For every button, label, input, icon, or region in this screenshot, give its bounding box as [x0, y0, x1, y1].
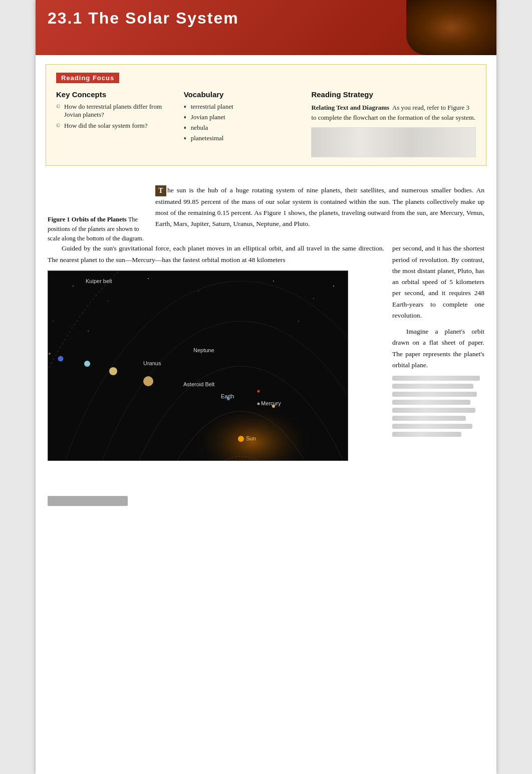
- blurred-text-7: [392, 424, 472, 429]
- figure-sidebar: Figure 1 Orbits of the Planets The posit…: [48, 215, 145, 243]
- paragraph4: Imagine a planet's orbit drawn on a flat…: [392, 326, 484, 371]
- content-row: Guided by the sun's gravitational force,…: [48, 243, 484, 466]
- svg-point-29: [53, 321, 54, 322]
- intro-paragraph: The sun is the hub of a huge rotating sy…: [153, 185, 484, 230]
- main-content: Figure 1 Orbits of the Planets The posit…: [36, 175, 496, 481]
- svg-point-16: [257, 390, 260, 392]
- strategy-text: Relating Text and Diagrams As you read, …: [311, 103, 476, 122]
- svg-point-21: [49, 353, 51, 355]
- vocabulary-heading: Vocabulary: [184, 90, 302, 99]
- svg-point-28: [333, 286, 334, 287]
- mercury-label: Mercury: [261, 400, 281, 406]
- blurred-text-2: [392, 384, 473, 389]
- blurred-text-5: [392, 408, 475, 413]
- svg-point-24: [148, 278, 149, 279]
- key-concepts-col: Key Concepts How do terrestrial planets …: [56, 90, 174, 133]
- chapter-title: 23.1 The Solar System: [48, 9, 484, 28]
- sun-label: Sun: [246, 435, 256, 441]
- orbits-svg: [48, 271, 348, 461]
- key-concept-item-2: How did the solar system form?: [56, 122, 174, 130]
- paragraph3: per second, and it has the shortest peri…: [392, 243, 484, 321]
- blurred-text-8: [392, 432, 461, 437]
- vocabulary-col: Vocabulary terrestrial planet Jovian pla…: [184, 90, 302, 145]
- flowchart-placeholder: [311, 127, 476, 157]
- svg-point-30: [88, 331, 89, 332]
- bottom-bar: [48, 496, 128, 506]
- svg-point-26: [273, 281, 274, 282]
- vocab-item-3: nebula: [184, 124, 302, 132]
- svg-point-13: [257, 402, 260, 405]
- paragraph2: Guided by the sun's gravitational force,…: [48, 243, 384, 266]
- neptune-label: Neptune: [193, 347, 214, 353]
- orbits-image-container: Kuiper belt Neptune Uranus Asteroid Belt…: [48, 271, 348, 461]
- orbit-image-bg: Kuiper belt Neptune Uranus Asteroid Belt…: [48, 271, 348, 460]
- strategy-subheading: Relating Text and Diagrams: [311, 104, 389, 111]
- blurred-text-3: [392, 392, 477, 397]
- svg-point-31: [298, 321, 299, 322]
- reading-focus-cols: Key Concepts How do terrestrial planets …: [56, 90, 476, 157]
- svg-point-12: [238, 436, 244, 442]
- blurred-text-4: [392, 400, 470, 405]
- earth-label: Earth: [221, 393, 234, 399]
- uranus-label: Uranus: [143, 360, 161, 366]
- header-area: 23.1 The Solar System: [36, 0, 496, 55]
- figure1-caption: Figure 1 Orbits of the Planets The posit…: [48, 215, 145, 243]
- figure1-title: Figure 1 Orbits of the Planets: [48, 216, 127, 223]
- vocab-list: terrestrial planet Jovian planet nebula …: [184, 103, 302, 142]
- reading-strategy-col: Reading Strategy Relating Text and Diagr…: [311, 90, 476, 157]
- reading-focus-label: Reading Focus: [56, 73, 119, 83]
- svg-point-19: [84, 361, 90, 367]
- key-concepts-list: How do terrestrial planets differ from J…: [56, 103, 174, 130]
- page: 1 23.1 The Solar System Reading Focus Ke…: [36, 0, 496, 774]
- svg-point-20: [58, 356, 64, 361]
- left-content: Guided by the sun's gravitational force,…: [48, 243, 384, 466]
- blurred-text-1: [392, 376, 480, 381]
- asteroid-belt-label: Asteroid Belt: [183, 381, 214, 387]
- kuiper-belt-label: Kuiper belt: [86, 278, 112, 284]
- reading-focus-section: Reading Focus Key Concepts How do terres…: [46, 64, 486, 166]
- vocab-item-1: terrestrial planet: [184, 103, 302, 111]
- svg-point-18: [109, 367, 117, 375]
- svg-point-22: [73, 286, 74, 287]
- paragraph1-text: he sun is the hub of a huge rotating sys…: [155, 186, 484, 227]
- vocab-item-2: Jovian planet: [184, 113, 302, 121]
- drop-cap-letter: T: [155, 185, 166, 196]
- svg-point-27: [313, 298, 314, 299]
- svg-point-25: [198, 291, 199, 292]
- key-concepts-heading: Key Concepts: [56, 90, 174, 99]
- reading-strategy-heading: Reading Strategy: [311, 90, 476, 99]
- key-concept-item-1: How do terrestrial planets differ from J…: [56, 103, 174, 119]
- vocab-item-4: planetesimal: [184, 134, 302, 142]
- svg-point-23: [108, 301, 109, 302]
- blurred-text-6: [392, 416, 466, 421]
- svg-point-17: [143, 376, 153, 386]
- right-column: per second, and it has the shortest peri…: [384, 243, 484, 440]
- content-section: Guided by the sun's gravitational force,…: [48, 243, 484, 466]
